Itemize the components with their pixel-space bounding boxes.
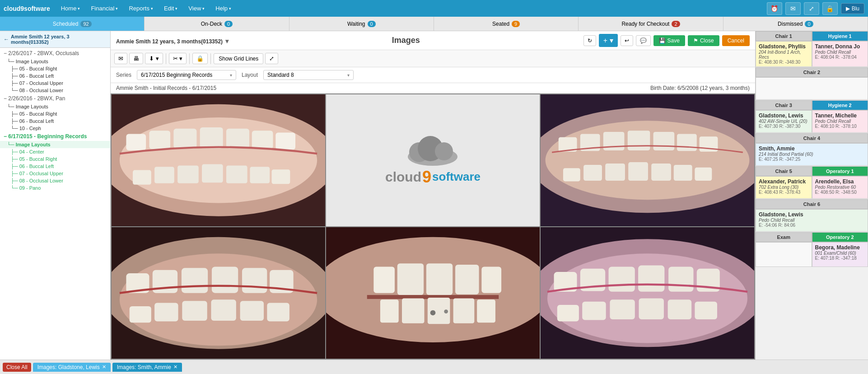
svg-rect-75 [668, 266, 693, 291]
nav-financial[interactable]: Financial ▾ [86, 3, 122, 14]
image-cell-top-left[interactable] [112, 94, 325, 226]
svg-point-20 [435, 142, 453, 160]
tree-group-2015[interactable]: − 6/17/2015 - Beginning Records [0, 132, 110, 141]
fullscreen-toolbar-button[interactable]: ⤢ [265, 53, 278, 64]
patient-card-begora[interactable]: Begora, Madeline 001 Exam/Child (60) E: … [812, 242, 868, 267]
tree-item-08-occlusal-lower-1[interactable]: └─ 08 - Occlusal Lower [0, 87, 110, 94]
svg-rect-77 [557, 304, 579, 321]
patient-card-tanner-michelle[interactable]: Tanner, Michelle Pedo Child Recall E: 40… [812, 110, 868, 133]
svg-rect-55 [373, 266, 395, 293]
clock-icon[interactable]: ⏰ [767, 2, 782, 15]
close-tab-gladstone[interactable]: ✕ [102, 364, 106, 370]
close-tab-smith[interactable]: ✕ [173, 364, 177, 370]
svg-rect-45 [242, 268, 267, 293]
tree-item-image-layouts-2[interactable]: └─ Image Layouts [0, 103, 110, 110]
nav-reports[interactable]: Reports ▾ [124, 3, 158, 14]
image-cell-bottom-left[interactable] [112, 227, 325, 359]
svg-rect-35 [651, 164, 671, 181]
tree-item-06-buccal-left-2[interactable]: ├─ 06 - Buccal Left [0, 117, 110, 125]
nav-edit[interactable]: Edit ▾ [159, 3, 182, 14]
tree-item-05-buccal-right-2[interactable]: ├─ 05 - Buccal Right [0, 110, 110, 117]
patient-card-gladstone-phyllis[interactable]: Gladstone, Phyllis 204 Init-Bond 1 Arch,… [756, 41, 812, 67]
blu-button[interactable]: ▶ Blu [841, 3, 864, 14]
svg-rect-51 [240, 301, 264, 321]
tree-item-image-layouts-3[interactable]: └─ Image Layouts [0, 141, 110, 148]
tree-item-09-pano[interactable]: └─ 09 - Pano [0, 184, 110, 192]
nav-help[interactable]: Help ▾ [211, 3, 236, 14]
bottom-tab-gladstone[interactable]: Images: Gladstone, Lewis ✕ [33, 363, 111, 372]
tree-group-2016[interactable]: − 2/26/2016 - 2BWX, Pan [0, 94, 110, 103]
svg-rect-58 [455, 265, 479, 295]
bottom-tab-smith[interactable]: Images: Smith, Ammie ✕ [112, 363, 182, 372]
tree-item-05-buccal-right-3[interactable]: ├─ 05 - Buccal Right [0, 155, 110, 163]
tab-on-deck[interactable]: On-Deck 0 [145, 17, 289, 31]
save-icon: 💾 [659, 37, 666, 44]
tree-item-04-center[interactable]: ├─ 04 - Center [0, 148, 110, 155]
patient-birth-date: Birth Date: 6/5/2008 (12 years, 3 months… [650, 85, 750, 91]
svg-rect-43 [182, 268, 208, 293]
comment-button[interactable]: 💬 [636, 35, 651, 46]
download-toolbar-button[interactable]: ⬇ ▾ [145, 53, 163, 64]
patient-header: Ammie Smith 12 years, 3 months(013352) ▾… [111, 31, 755, 50]
tree-item-10-ceph[interactable]: └─ 10 - Ceph [0, 125, 110, 132]
undo-button[interactable]: ↩ [621, 35, 633, 46]
chair-row-3-cards: Gladstone, Lewis 402 AW-Simple U/L (20) … [756, 110, 868, 133]
tab-waiting[interactable]: Waiting 0 [289, 17, 434, 31]
expand-icon[interactable]: ⤢ [804, 2, 819, 15]
tab-dismissed[interactable]: Dismissed 0 [723, 17, 868, 31]
blu-icon: ▶ [846, 5, 850, 12]
tree-item-08-occlusal-lower-2[interactable]: ├─ 08 - Occlusal Lower [0, 177, 110, 184]
nav-home[interactable]: Home ▾ [56, 3, 85, 14]
chair-header-row-5: Chair 5 Operatory 1 [756, 166, 868, 176]
image-cell-bottom-right[interactable] [541, 227, 754, 359]
add-button[interactable]: + ▾ [599, 34, 618, 47]
patient-card-gladstone-lewis-1[interactable]: Gladstone, Lewis 402 AW-Simple U/L (20) … [756, 110, 812, 133]
tree-item-07-occlusal-upper-2[interactable]: ├─ 07 - Occlusal Upper [0, 170, 110, 177]
lock-toolbar-button[interactable]: 🔒 [192, 53, 208, 64]
tree-item-06-buccal-left-1[interactable]: ├─ 06 - Buccal Left [0, 72, 110, 79]
save-button[interactable]: 💾 Save [653, 35, 685, 46]
show-grid-lines-button[interactable]: Show Grid Lines [214, 53, 263, 64]
toolbar-separator-3 [210, 53, 211, 64]
tree-item-05-buccal-right-1[interactable]: ├─ 05 - Buccal Right [0, 65, 110, 72]
svg-rect-8 [252, 131, 273, 149]
patient-name-section: Ammie Smith 12 years, 3 months(013352) ▾ [116, 35, 229, 46]
patient-card-tanner-donna[interactable]: Tanner, Donna Jo Pedo Child Recall E: 40… [812, 41, 868, 67]
print-toolbar-button[interactable]: 🖶 [129, 53, 143, 64]
refresh-button[interactable]: ↻ [583, 35, 596, 46]
tree-item-06-buccal-left-3[interactable]: ├─ 06 - Buccal Left [0, 163, 110, 170]
tree-item-image-layouts-1[interactable]: └─ Image Layouts [0, 58, 110, 65]
email-toolbar-button[interactable]: ✉ [114, 53, 127, 64]
layout-dropdown[interactable]: Standard 8 ▾ [263, 70, 354, 80]
close-flag-icon: ⚑ [693, 37, 698, 44]
tab-seated[interactable]: Seated 9 [434, 17, 579, 31]
patient-name-caret[interactable]: ▾ [225, 37, 229, 45]
svg-rect-81 [668, 299, 691, 319]
main-layout: ← Ammie Smith 12 years, 3 months(013352)… [0, 31, 868, 360]
patient-card-alexander[interactable]: Alexander, Patrick 702 Extra Long (30) E… [756, 176, 812, 199]
svg-rect-47 [130, 306, 151, 322]
image-cell-top-right[interactable] [541, 94, 754, 226]
svg-rect-5 [173, 129, 196, 149]
patient-card-chair2-empty [756, 77, 868, 100]
crop-toolbar-button[interactable]: ✂ ▾ [169, 53, 187, 64]
patient-card-gladstone-lewis-2[interactable]: Gladstone, Lewis Pedo Child Recall E: -5… [756, 209, 868, 232]
patient-card-arendelle[interactable]: Arendelle, Elsa Pedo Restorative 60 E: 4… [812, 176, 868, 199]
close-all-button[interactable]: Close All [3, 363, 31, 372]
main-tabs: Scheduled 92 On-Deck 0 Waiting 0 Seated … [0, 17, 868, 31]
cancel-button[interactable]: Cancel [722, 35, 750, 46]
tree-item-07-occlusal-upper-1[interactable]: ├─ 07 - Occlusal Upper [0, 79, 110, 87]
series-dropdown[interactable]: 6/17/2015 Beginning Records ▾ [137, 70, 236, 80]
email-icon[interactable]: ✉ [785, 2, 801, 15]
tree-group-2017[interactable]: − 2/26/2017 - 2BWX, Occlusals [0, 49, 110, 58]
image-cell-center-logo[interactable]: cloud 9 software [326, 94, 540, 226]
tab-scheduled[interactable]: Scheduled 92 [0, 17, 145, 31]
patient-card-smith-ammie[interactable]: Smith, Ammie 214 Initial Bond Partial (6… [756, 143, 868, 166]
tab-ready-for-checkout[interactable]: Ready for Checkout 2 [579, 17, 723, 31]
svg-rect-12 [177, 165, 199, 183]
close-button[interactable]: ⚑ Close [688, 35, 719, 46]
lock-icon[interactable]: 🔒 [822, 2, 838, 15]
image-cell-bottom-center[interactable] [326, 227, 540, 359]
svg-rect-59 [481, 266, 501, 293]
nav-view[interactable]: View ▾ [184, 3, 209, 14]
